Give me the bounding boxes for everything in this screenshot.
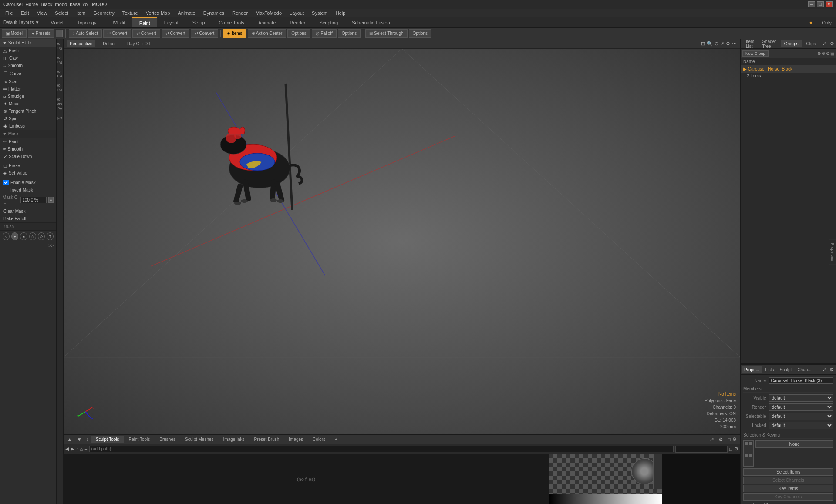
path-view-icon[interactable]: □: [729, 447, 732, 452]
path-filter-icon[interactable]: ⚙: [734, 446, 738, 452]
render-select[interactable]: default: [769, 403, 833, 411]
btab-sculpt-tools[interactable]: Sculpt Tools: [91, 436, 124, 443]
tool-tangent-pinch[interactable]: ⊕ Tangent Pinch: [0, 108, 56, 115]
tool-erase[interactable]: ◻ Erase: [0, 162, 56, 169]
vtab-hair-tools[interactable]: Hair Tools: [57, 67, 63, 81]
menu-help[interactable]: Help: [332, 10, 349, 17]
menu-maxtomodo[interactable]: MaxToModo: [252, 10, 285, 17]
btab-add[interactable]: +: [330, 436, 342, 443]
name-input[interactable]: [769, 377, 833, 384]
close-button[interactable]: ✕: [826, 1, 833, 7]
tool-mask-paint[interactable]: ✏ Paint: [0, 138, 56, 145]
tab-uvedit[interactable]: UVEdit: [103, 17, 132, 27]
falloff-btn[interactable]: ◎ Falloff: [312, 29, 337, 38]
vtab-utilities[interactable]: Utilities: [57, 113, 63, 123]
tab-animate[interactable]: Animate: [251, 17, 283, 27]
tool-flatten[interactable]: ═ Flatten: [0, 85, 56, 93]
tool-set-value[interactable]: ◈ Set Value: [0, 169, 56, 177]
tool-spin[interactable]: ↺ Spin: [0, 115, 56, 122]
menu-render[interactable]: Render: [229, 10, 251, 17]
clear-mask-btn[interactable]: Clear Mask: [0, 208, 56, 215]
visible-select[interactable]: default: [769, 394, 833, 402]
group-item-carousel[interactable]: ▶ Carousel_Horse_Black: [741, 65, 836, 73]
toolbar-presets-btn[interactable]: ● Presets: [28, 29, 54, 38]
btab-images[interactable]: Images: [284, 436, 307, 443]
invert-mask-item[interactable]: Invert Mask: [0, 186, 56, 194]
tool-scale-down[interactable]: ↙ Scale Down: [0, 153, 56, 160]
menu-texture[interactable]: Texture: [119, 10, 142, 17]
groups-icon-4[interactable]: ▤: [830, 51, 834, 56]
bottom-expand-right-icon[interactable]: ⤢: [708, 437, 716, 443]
menu-file[interactable]: File: [2, 10, 17, 17]
enable-mask-checkbox[interactable]: Enable Mask: [0, 178, 56, 186]
vp-tab-raygl[interactable]: Ray GL: Off: [125, 40, 153, 47]
tab-model[interactable]: Model: [43, 17, 70, 27]
right-edge-tab[interactable]: Properties: [829, 239, 836, 265]
minimize-button[interactable]: ─: [808, 1, 815, 7]
vtab-vertex-map-tools[interactable]: Vertex Map Tools: [57, 95, 63, 113]
locked-select[interactable]: default: [769, 422, 833, 429]
vp-tab-default[interactable]: Default: [100, 40, 119, 47]
path-back-icon[interactable]: ◀: [65, 446, 69, 452]
options-btn-2[interactable]: Options: [338, 29, 361, 38]
tool-push[interactable]: △ Push: [0, 47, 56, 54]
groups-icon-2[interactable]: ⊖: [822, 51, 825, 56]
select-channels-btn[interactable]: Select Channels: [743, 477, 833, 484]
tab-setup[interactable]: Setup: [185, 17, 212, 27]
mask-opacity-expand[interactable]: ≡: [48, 197, 54, 203]
new-group-btn[interactable]: New Group: [742, 50, 769, 57]
tool-clay[interactable]: ◫ Clay: [0, 54, 56, 62]
vtab-paint-tools[interactable]: Paint Tools: [57, 53, 63, 67]
menu-item[interactable]: Item: [73, 10, 89, 17]
brush-circle-icon[interactable]: ○: [3, 232, 10, 240]
keying-none-btn[interactable]: None: [755, 440, 833, 448]
viewport[interactable]: X Z Y No Items Polygons : Face Channels:…: [64, 49, 740, 434]
convert-btn-3[interactable]: ⇄ Convert: [162, 29, 189, 38]
brush-text-icon[interactable]: T: [47, 232, 54, 240]
add-tab-button[interactable]: +: [793, 19, 805, 27]
path-home-icon[interactable]: ⌂: [80, 447, 83, 452]
bottom-panel-btn-1[interactable]: □: [728, 437, 731, 442]
bottom-panel-btn-2[interactable]: ⚙: [732, 437, 737, 442]
vp-settings-icon[interactable]: ⚙: [726, 41, 730, 47]
menu-animate[interactable]: Animate: [174, 10, 199, 17]
path-up-icon[interactable]: ↑: [76, 447, 78, 452]
path-scroll[interactable]: [675, 446, 728, 453]
btab-brushes[interactable]: Brushes: [155, 436, 180, 443]
ptab-channels[interactable]: Chan...: [795, 366, 814, 373]
vtab-sculpt-tools[interactable]: Sculpt Tools: [57, 39, 63, 53]
convert-btn-4[interactable]: ⇄ Convert: [191, 29, 219, 38]
toolbar-model-btn[interactable]: ▣ Model: [2, 29, 27, 38]
rtab-item-list[interactable]: Item List: [742, 38, 758, 50]
auto-select-btn[interactable]: ↕ Auto Select: [69, 29, 102, 38]
btab-paint-tools[interactable]: Paint Tools: [125, 436, 155, 443]
toolbar-extra-btn[interactable]: [56, 30, 63, 37]
vp-tab-perspective[interactable]: Perspective: [67, 40, 95, 47]
ptab-sculpt[interactable]: Sculpt: [777, 366, 795, 373]
maximize-button[interactable]: □: [817, 1, 824, 7]
enable-mask-check[interactable]: [3, 180, 9, 185]
menu-layout[interactable]: Layout: [286, 10, 307, 17]
bottom-resize-icon[interactable]: ↕: [84, 437, 91, 443]
vp-zoomin-icon[interactable]: 🔍: [707, 41, 713, 47]
options-btn-3[interactable]: Options: [409, 29, 431, 38]
vp-maximize-icon[interactable]: ⤢: [720, 41, 724, 47]
btab-colors[interactable]: Colors: [308, 436, 330, 443]
onion-skinning-header[interactable]: ▶ Onion Skinning: [743, 501, 833, 504]
ptab-settings-icon[interactable]: ⚙: [828, 367, 835, 373]
tab-layout[interactable]: Layout: [157, 17, 185, 27]
key-items-btn[interactable]: Key Items: [743, 485, 833, 492]
menu-geometry[interactable]: Geometry: [90, 10, 118, 17]
brush-expand-btn[interactable]: >>: [48, 243, 54, 248]
brush-star-outline-icon[interactable]: ☆: [29, 232, 36, 240]
rtab-groups[interactable]: Groups: [781, 40, 802, 47]
menu-dynamics[interactable]: Dynamics: [200, 10, 228, 17]
groups-icon-3[interactable]: ⊙: [826, 51, 829, 56]
vp-fit-icon[interactable]: ⊞: [701, 41, 705, 47]
ptab-properties[interactable]: Prope...: [742, 366, 762, 373]
menu-system[interactable]: System: [308, 10, 331, 17]
select-items-btn[interactable]: Select Items: [743, 468, 833, 476]
key-channels-btn[interactable]: Key Channels: [743, 493, 833, 501]
convert-btn-2[interactable]: ⇄ Convert: [132, 29, 160, 38]
rtab-clips[interactable]: Clips: [803, 40, 819, 47]
